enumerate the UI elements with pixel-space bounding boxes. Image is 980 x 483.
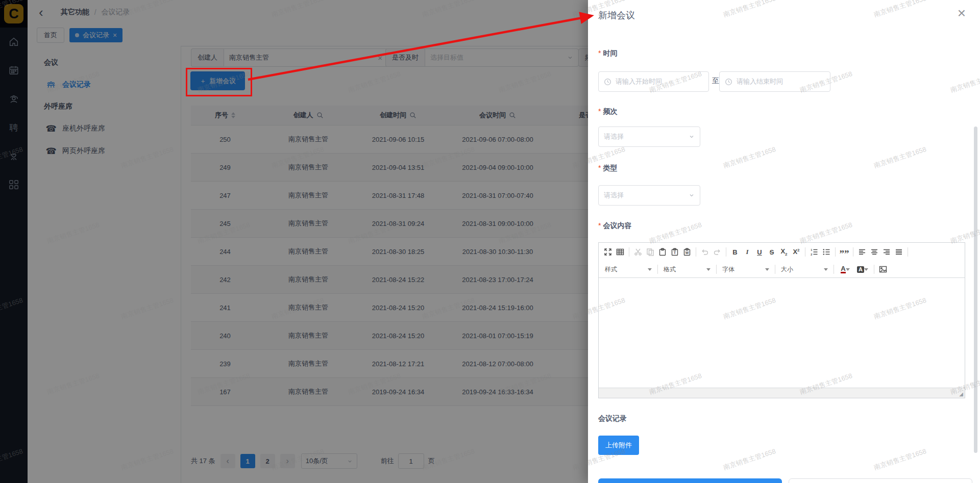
align-justify-icon[interactable] [893, 246, 905, 258]
subscript-icon[interactable]: X2 [778, 246, 790, 258]
align-right-icon[interactable] [880, 246, 893, 258]
svg-text:1: 1 [811, 248, 812, 251]
toolbar-separator [874, 265, 874, 274]
drawer-scrollbar[interactable] [974, 126, 977, 453]
frequency-placeholder: 请选择 [604, 132, 624, 141]
maximize-icon[interactable] [602, 246, 614, 258]
editor-dropdown-label: 大小 [781, 265, 793, 274]
editor-dropdown-label: 格式 [664, 265, 676, 274]
required-asterisk: * [598, 49, 601, 57]
toolbar-separator [726, 247, 726, 257]
toolbar-separator [834, 265, 834, 274]
cut-icon[interactable] [632, 246, 644, 258]
toolbar-separator [716, 265, 717, 274]
italic-icon[interactable]: I [741, 246, 753, 258]
editor-dropdown-样式[interactable]: 样式 [602, 263, 655, 275]
drawer-close-icon[interactable]: × [958, 6, 966, 20]
drawer-primary-button[interactable] [598, 478, 782, 483]
toolbar-separator [657, 265, 658, 274]
table-icon[interactable] [614, 246, 626, 258]
chevron-down-icon [689, 134, 695, 140]
strikethrough-icon[interactable]: S [766, 246, 778, 258]
caret-down-icon [765, 268, 769, 273]
clock-icon [725, 78, 732, 86]
toolbar-separator [835, 247, 836, 257]
svg-text:2: 2 [811, 253, 812, 256]
end-time-input[interactable]: 请输入结束时间 [719, 71, 830, 92]
undo-icon[interactable] [699, 246, 711, 258]
rich-text-editor: TWBIUSX2X212”” 样式格式字体大小AA ◢ [598, 242, 965, 398]
toolbar-separator [629, 247, 629, 257]
type-select[interactable]: 请选择 [598, 185, 700, 206]
end-time-placeholder: 请输入结束时间 [737, 77, 783, 86]
caret-down-icon [648, 268, 652, 273]
time-field-label: *时间 [598, 49, 617, 58]
toolbar-separator [908, 247, 908, 257]
required-asterisk: * [598, 107, 601, 115]
editor-dropdown-大小[interactable]: 大小 [778, 263, 831, 275]
toolbar-separator [696, 247, 696, 257]
content-field-label: *会议内容 [598, 221, 631, 231]
start-time-input[interactable]: 请输入开始时间 [598, 71, 709, 92]
caret-down-icon [706, 268, 710, 273]
superscript-icon[interactable]: X2 [790, 246, 802, 258]
toolbar-separator [775, 265, 775, 274]
editor-footer: ◢ [599, 388, 965, 398]
bold-icon[interactable]: B [729, 246, 741, 258]
drawer-secondary-button[interactable] [789, 478, 972, 483]
align-left-icon[interactable] [856, 246, 868, 258]
resize-handle-icon[interactable]: ◢ [959, 391, 963, 397]
chevron-down-icon [689, 192, 695, 198]
frequency-field-label: *频次 [598, 107, 617, 116]
paste-text-icon[interactable]: T [669, 246, 681, 258]
editor-dropdown-字体[interactable]: 字体 [719, 263, 772, 275]
caret-down-icon [824, 268, 828, 273]
paste-icon[interactable] [656, 246, 669, 258]
editor-dropdown-label: 字体 [722, 265, 734, 274]
svg-text:W: W [685, 251, 689, 255]
type-field-label: *类型 [598, 164, 617, 173]
redo-icon[interactable] [711, 246, 723, 258]
required-asterisk: * [598, 221, 601, 230]
start-time-placeholder: 请输入开始时间 [616, 77, 662, 86]
type-placeholder: 请选择 [604, 191, 624, 200]
svg-text:T: T [674, 250, 676, 255]
new-meeting-drawer: 新增会议 × *时间 请输入开始时间 至 请输入结束时间 *频次 请选择 *类型… [588, 0, 980, 483]
time-separator: 至 [712, 77, 719, 86]
editor-content-area[interactable] [599, 278, 965, 388]
align-center-icon[interactable] [868, 246, 880, 258]
frequency-select[interactable]: 请选择 [598, 126, 700, 147]
copy-icon[interactable] [644, 246, 656, 258]
clock-icon [604, 78, 611, 86]
upload-attachment-button[interactable]: 上传附件 [598, 436, 639, 455]
paste-word-icon[interactable]: W [681, 246, 693, 258]
toolbar-separator [853, 247, 853, 257]
drawer-title: 新增会议 [598, 9, 635, 21]
required-asterisk: * [598, 164, 601, 172]
bg-color-icon[interactable]: A [854, 264, 871, 275]
editor-dropdown-格式[interactable]: 格式 [660, 263, 714, 275]
ordered-list-icon[interactable]: 12 [808, 246, 820, 258]
font-color-icon[interactable]: A [837, 264, 854, 275]
editor-dropdown-label: 样式 [605, 265, 617, 274]
image-icon[interactable] [877, 264, 889, 275]
blockquote-icon[interactable]: ”” [838, 246, 850, 258]
record-section-label: 会议记录 [598, 414, 627, 423]
unordered-list-icon[interactable] [820, 246, 832, 258]
toolbar-separator [805, 247, 805, 257]
underline-icon[interactable]: U [753, 246, 766, 258]
